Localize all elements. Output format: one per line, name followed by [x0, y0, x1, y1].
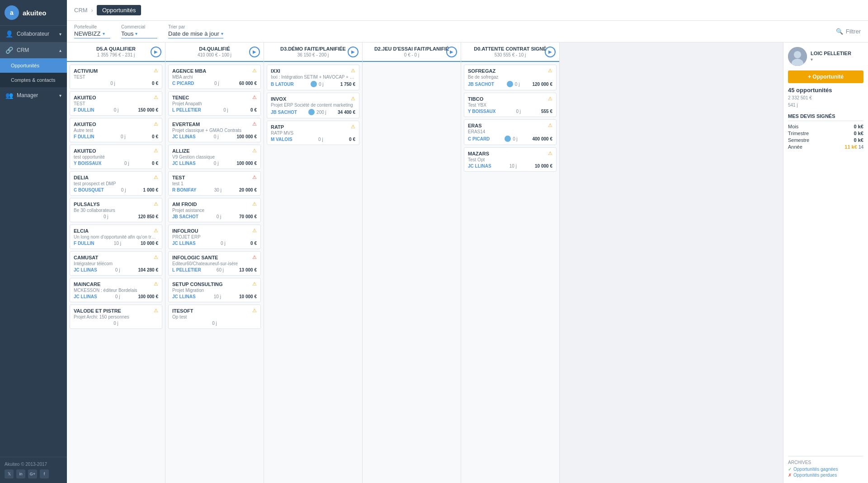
- table-row[interactable]: MAINCARE⚠MCKESSON : éditeur BordelaisJC …: [70, 278, 162, 302]
- card-desc: Projet classique + GMAO Contrats: [172, 128, 257, 133]
- card-desc: Ixxi : Intégration SETIM + NAVOCAP + Mig…: [271, 75, 355, 80]
- table-row[interactable]: PULSALYS⚠Be 30 collaborateurs0 j120 850 …: [70, 198, 162, 222]
- table-row[interactable]: ERAS⚠ERAS14C PICARD0 j400 000 €: [464, 119, 557, 145]
- kanban-columns: D5.A QUALIFIER1 355 796 € - 231 j▶ACTIVI…: [67, 42, 783, 483]
- opportunites-count: 45 opportunités: [788, 87, 832, 94]
- devis-mois-value: 0 k€: [854, 124, 863, 129]
- add-opportunite-button[interactable]: + Opportunité: [788, 70, 863, 83]
- table-row[interactable]: MAZARS⚠Test OptJC LLINAS10 j10 000 €: [464, 147, 557, 172]
- twitter-icon[interactable]: 𝕏: [5, 469, 14, 478]
- table-row[interactable]: TEST⚠test 1R BONIFAY30 j20 000 €: [168, 171, 261, 196]
- table-row[interactable]: IXXI⚠Ixxi : Intégration SETIM + NAVOCAP …: [267, 65, 359, 90]
- chevron-down-icon: ▾: [59, 32, 61, 37]
- warn-icon: ⚠: [252, 201, 257, 207]
- col-body-d4: AGENCE MBA⚠MBA archiC PICARD0 j60 000 €T…: [165, 62, 264, 483]
- table-row[interactable]: AKUITEO⚠TESTF DULLIN0 j150 000 €: [70, 91, 162, 116]
- card-days: 0 j: [515, 82, 520, 87]
- col-play-button[interactable]: ▶: [446, 47, 457, 57]
- table-row[interactable]: TENEC⚠Projet AnapathL PELLETIER0 j0 €: [168, 91, 261, 116]
- table-row[interactable]: ELCIA⚠Un long nom d'opportunité afin qu'…: [70, 225, 162, 249]
- search-icon: 🔍: [836, 28, 843, 35]
- breadcrumb-separator: ›: [91, 7, 93, 14]
- warn-icon: ⚠: [154, 281, 158, 287]
- user-menu-arrow[interactable]: ▾: [811, 57, 813, 62]
- table-row[interactable]: INFOLOGIC SANTE⚠Editeur60/Chateauneuf-su…: [168, 251, 261, 276]
- card-amount: 0 €: [349, 137, 355, 142]
- card-company: EVERTEAM: [172, 122, 200, 127]
- sidebar-item-collaborateur[interactable]: 👤 Collaborateur ▾: [0, 26, 67, 42]
- card-amount: 100 000 €: [138, 294, 158, 299]
- breadcrumb-current[interactable]: Opportunités: [97, 5, 141, 15]
- archives-gagnees[interactable]: ✓ Opportunités gagnées: [788, 467, 863, 472]
- table-row[interactable]: RATP⚠RATP MVSM VALOIS0 j0 €: [267, 121, 359, 145]
- card-days: 0 j: [115, 294, 120, 299]
- table-row[interactable]: INFOLROU⚠PROJET ERPJC LLINAS0 j0 €: [168, 225, 261, 249]
- col-title: D3.DÉMO FAITE/PLANIFIÉE: [280, 46, 346, 52]
- stats-days: 541 j: [788, 102, 863, 108]
- col-title: D2.JEU D'ESSAI FAIT/PLANIFIÉ: [374, 46, 449, 52]
- sidebar-item-opportunites[interactable]: Opportunités: [0, 58, 67, 73]
- card-person: B LATOUR: [271, 82, 294, 87]
- check-icon: ✓: [788, 467, 792, 472]
- trier-select[interactable]: Date de mise à jour ▾: [168, 30, 223, 38]
- warn-icon: ⚠: [252, 254, 257, 260]
- linkedin-icon[interactable]: in: [16, 469, 25, 478]
- facebook-icon[interactable]: f: [40, 469, 49, 478]
- portefeuille-label: Portefeuille: [74, 24, 110, 29]
- trier-value: Date de mise à jour: [168, 30, 219, 37]
- col-play-button[interactable]: ▶: [348, 47, 359, 57]
- social-links: 𝕏 in G+ f: [5, 469, 62, 478]
- card-amount: 400 000 €: [533, 136, 553, 141]
- table-row[interactable]: AKUITEO⚠test opportunitéY BOISSAUX0 j0 €: [70, 145, 162, 169]
- table-row[interactable]: DELIA⚠test prospect et DMPC BOUSQUET0 j1…: [70, 171, 162, 196]
- col-body-d3: IXXI⚠Ixxi : Intégration SETIM + NAVOCAP …: [264, 62, 362, 483]
- card-person: C PICARD: [468, 136, 490, 141]
- table-row[interactable]: INVOX⚠Projet ERP Société de content mark…: [267, 93, 359, 118]
- card-amount: 120 000 €: [532, 82, 552, 87]
- table-row[interactable]: ITESOFT⚠Op test0 j: [168, 305, 261, 329]
- card-amount: 120 850 €: [138, 214, 159, 219]
- card-person: JB SACHOT: [172, 214, 198, 219]
- card-company: ITESOFT: [172, 308, 193, 314]
- col-play-button[interactable]: ▶: [249, 47, 260, 57]
- googleplus-icon[interactable]: G+: [28, 469, 37, 478]
- warn-icon: ⚠: [154, 201, 158, 207]
- card-days: 0 j: [217, 214, 222, 219]
- table-row[interactable]: AKUITEO⚠Autre testF DULLIN0 j0 €: [70, 118, 162, 142]
- table-row[interactable]: VALODE ET PISTRE⚠Projet Archi: 150 perso…: [70, 305, 162, 329]
- sidebar-item-comptes-contacts[interactable]: Comptes & contacts: [0, 73, 67, 87]
- col-play-button[interactable]: ▶: [151, 47, 161, 57]
- card-amount: 555 €: [541, 109, 552, 114]
- filter-search[interactable]: 🔍 Filtrer: [836, 28, 861, 35]
- sidebar-item-label: Opportunités: [11, 63, 39, 68]
- card-person: JC LLINAS: [468, 164, 491, 169]
- card-person: R BONIFAY: [172, 188, 197, 192]
- opportunites-amount: 2 332 501 €: [788, 95, 812, 100]
- archives-section: ARCHIVES ✓ Opportunités gagnées ✗ Opport…: [788, 456, 863, 478]
- table-row[interactable]: SOFREGAZ⚠Be de sofregazJB SACHOT0 j120 0…: [464, 65, 557, 90]
- table-row[interactable]: EVERTEAM⚠Projet classique + GMAO Contrat…: [168, 118, 261, 142]
- devis-section: MES DEVIS SIGNÉS Mois 0 k€ Trimestre 0 k…: [788, 113, 863, 151]
- table-row[interactable]: ACTIVIUM⚠TEST0 j0 €: [70, 65, 162, 89]
- portefeuille-select[interactable]: NEWBIZZ ▾: [74, 30, 110, 38]
- sidebar-item-manager[interactable]: 👥 Manager ▾: [0, 87, 67, 103]
- table-row[interactable]: ALLIZE⚠V9 Gestion classiqueJC LLINAS0 j1…: [168, 145, 261, 169]
- breadcrumb: CRM › Opportunités: [74, 5, 141, 15]
- table-row[interactable]: AM FROID⚠Projet asistanceJB SACHOT0 j70 …: [168, 198, 261, 222]
- filter-commercial: Commercial Tous ▾: [121, 24, 157, 38]
- table-row[interactable]: SETUP consulting⚠Projet MigrationJC LLIN…: [168, 278, 261, 302]
- sidebar-item-crm[interactable]: 🔗 CRM ▴: [0, 42, 67, 58]
- table-row[interactable]: AGENCE MBA⚠MBA archiC PICARD0 j60 000 €: [168, 65, 261, 89]
- breadcrumb-crm[interactable]: CRM: [74, 7, 88, 14]
- card-company: AGENCE MBA: [172, 68, 206, 74]
- kanban-col-d0: D0.ATTENTE CONTRAT SIGNÉ530 555 € - 10 j…: [461, 42, 560, 483]
- table-row[interactable]: TIBCO⚠Test YBXY BOISSAUX0 j555 €: [464, 93, 557, 117]
- col-subtitle: 1 355 796 € - 231 j: [97, 52, 135, 57]
- commercial-select[interactable]: Tous ▾: [121, 30, 157, 38]
- archives-perdues[interactable]: ✗ Opportunités perdues: [788, 473, 863, 478]
- col-play-button[interactable]: ▶: [545, 47, 556, 57]
- card-desc: MBA archi: [172, 75, 257, 80]
- table-row[interactable]: CAMUSAT⚠Intégrateur télécomJC LLINAS0 j1…: [70, 251, 162, 276]
- warn-icon: ⚠: [548, 68, 552, 74]
- warn-icon: ⚠: [154, 148, 158, 154]
